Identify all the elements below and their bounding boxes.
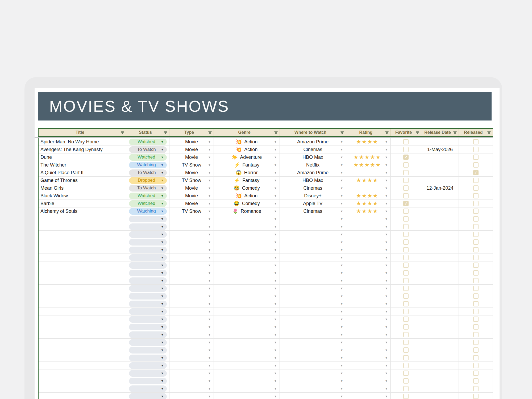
released-checkbox[interactable] <box>473 193 479 198</box>
dropdown-arrow-icon[interactable]: ▼ <box>208 333 211 336</box>
dropdown-arrow-icon[interactable]: ▼ <box>274 310 277 313</box>
favorite-checkbox[interactable] <box>403 139 409 144</box>
favorite-checkbox[interactable] <box>403 147 409 152</box>
dropdown-arrow-icon[interactable]: ▼ <box>208 210 211 213</box>
dropdown-arrow-icon[interactable]: ▼ <box>340 148 343 151</box>
status-dropdown[interactable]: ▼ <box>129 308 167 315</box>
favorite-checkbox[interactable] <box>403 193 409 198</box>
dropdown-arrow-icon[interactable]: ▼ <box>340 233 343 236</box>
dropdown-arrow-icon[interactable]: ▼ <box>274 140 277 143</box>
filter-icon[interactable] <box>164 131 167 134</box>
favorite-checkbox[interactable] <box>403 309 409 314</box>
released-checkbox[interactable] <box>473 255 479 260</box>
dropdown-arrow-icon[interactable]: ▼ <box>340 287 343 290</box>
favorite-checkbox[interactable] <box>403 340 409 345</box>
dropdown-arrow-icon[interactable]: ▼ <box>208 164 211 167</box>
dropdown-arrow-icon[interactable]: ▼ <box>208 387 211 390</box>
dropdown-arrow-icon[interactable]: ▼ <box>385 140 388 143</box>
dropdown-arrow-icon[interactable]: ▼ <box>274 202 277 205</box>
dropdown-arrow-icon[interactable]: ▼ <box>274 148 277 151</box>
dropdown-arrow-icon[interactable]: ▼ <box>340 164 343 167</box>
dropdown-arrow-icon[interactable]: ▼ <box>340 349 343 352</box>
dropdown-arrow-icon[interactable]: ▼ <box>274 156 277 159</box>
title-cell[interactable] <box>39 315 126 323</box>
release-date-cell[interactable] <box>421 331 459 338</box>
status-dropdown[interactable]: ▼ <box>129 339 167 346</box>
favorite-checkbox[interactable] <box>403 394 409 399</box>
dropdown-arrow-icon[interactable]: ▼ <box>340 272 343 275</box>
dropdown-arrow-icon[interactable]: ▼ <box>340 194 343 197</box>
dropdown-arrow-icon[interactable]: ▼ <box>208 287 211 290</box>
dropdown-arrow-icon[interactable]: ▼ <box>208 187 211 190</box>
dropdown-arrow-icon[interactable]: ▼ <box>385 295 388 298</box>
title-cell[interactable]: Mean Girls <box>39 184 126 192</box>
title-cell[interactable] <box>39 300 126 307</box>
status-dropdown[interactable]: To Watch▼ <box>129 146 167 153</box>
dropdown-arrow-icon[interactable]: ▼ <box>208 256 211 259</box>
release-date-cell[interactable] <box>421 223 459 230</box>
dropdown-arrow-icon[interactable]: ▼ <box>385 302 388 305</box>
status-dropdown[interactable]: ▼ <box>129 385 167 392</box>
released-checkbox[interactable] <box>473 286 479 291</box>
favorite-checkbox[interactable]: ✓ <box>403 155 409 160</box>
release-date-cell[interactable] <box>421 161 459 169</box>
title-cell[interactable] <box>39 385 126 392</box>
release-date-cell[interactable]: 12-Jan-2024 <box>421 184 459 192</box>
title-cell[interactable] <box>39 285 126 292</box>
dropdown-arrow-icon[interactable]: ▼ <box>340 171 343 174</box>
released-checkbox[interactable] <box>473 340 479 345</box>
dropdown-arrow-icon[interactable]: ▼ <box>385 171 388 174</box>
dropdown-arrow-icon[interactable]: ▼ <box>385 179 388 182</box>
dropdown-arrow-icon[interactable]: ▼ <box>385 202 388 205</box>
release-date-cell[interactable] <box>421 215 459 223</box>
title-cell[interactable] <box>39 369 126 377</box>
dropdown-arrow-icon[interactable]: ▼ <box>274 356 277 359</box>
favorite-checkbox[interactable] <box>403 378 409 384</box>
released-checkbox[interactable] <box>473 278 479 283</box>
released-checkbox[interactable] <box>473 139 479 144</box>
release-date-cell[interactable] <box>421 377 459 385</box>
dropdown-arrow-icon[interactable]: ▼ <box>208 318 211 321</box>
released-checkbox[interactable] <box>473 155 479 160</box>
dropdown-arrow-icon[interactable]: ▼ <box>340 364 343 367</box>
dropdown-arrow-icon[interactable]: ▼ <box>274 248 277 251</box>
title-cell[interactable]: The Witcher <box>39 161 126 169</box>
status-dropdown[interactable]: Watching▼ <box>129 208 167 215</box>
status-dropdown[interactable]: ▼ <box>129 324 167 330</box>
status-dropdown[interactable]: ▼ <box>129 355 167 361</box>
status-dropdown[interactable]: Watched▼ <box>129 200 167 207</box>
title-cell[interactable] <box>39 231 126 238</box>
status-dropdown[interactable]: ▼ <box>129 247 167 253</box>
status-dropdown[interactable]: Watched▼ <box>129 139 167 145</box>
title-cell[interactable] <box>39 346 126 354</box>
title-cell[interactable] <box>39 254 126 261</box>
dropdown-arrow-icon[interactable]: ▼ <box>385 341 388 344</box>
released-checkbox[interactable] <box>473 247 479 252</box>
dropdown-arrow-icon[interactable]: ▼ <box>274 164 277 167</box>
dropdown-arrow-icon[interactable]: ▼ <box>340 295 343 298</box>
released-checkbox[interactable] <box>473 378 479 384</box>
dropdown-arrow-icon[interactable]: ▼ <box>385 164 388 167</box>
favorite-checkbox[interactable] <box>403 293 409 299</box>
dropdown-arrow-icon[interactable]: ▼ <box>385 225 388 228</box>
dropdown-arrow-icon[interactable]: ▼ <box>340 187 343 190</box>
favorite-checkbox[interactable] <box>403 232 409 237</box>
status-dropdown[interactable]: ▼ <box>129 362 167 369</box>
status-dropdown[interactable]: Watched▼ <box>129 154 167 161</box>
status-dropdown[interactable]: ▼ <box>129 331 167 338</box>
title-cell[interactable] <box>39 269 126 277</box>
dropdown-arrow-icon[interactable]: ▼ <box>274 241 277 244</box>
release-date-cell[interactable] <box>421 238 459 246</box>
title-cell[interactable] <box>39 362 126 369</box>
release-date-cell[interactable] <box>421 138 459 146</box>
dropdown-arrow-icon[interactable]: ▼ <box>340 310 343 313</box>
dropdown-arrow-icon[interactable]: ▼ <box>385 233 388 236</box>
dropdown-arrow-icon[interactable]: ▼ <box>274 287 277 290</box>
status-dropdown[interactable]: ▼ <box>129 239 167 246</box>
dropdown-arrow-icon[interactable]: ▼ <box>385 148 388 151</box>
title-cell[interactable]: Black Widow <box>39 192 126 200</box>
released-checkbox[interactable] <box>473 209 479 214</box>
favorite-checkbox[interactable] <box>403 170 409 175</box>
status-dropdown[interactable]: ▼ <box>129 216 167 222</box>
release-date-cell[interactable] <box>421 362 459 369</box>
